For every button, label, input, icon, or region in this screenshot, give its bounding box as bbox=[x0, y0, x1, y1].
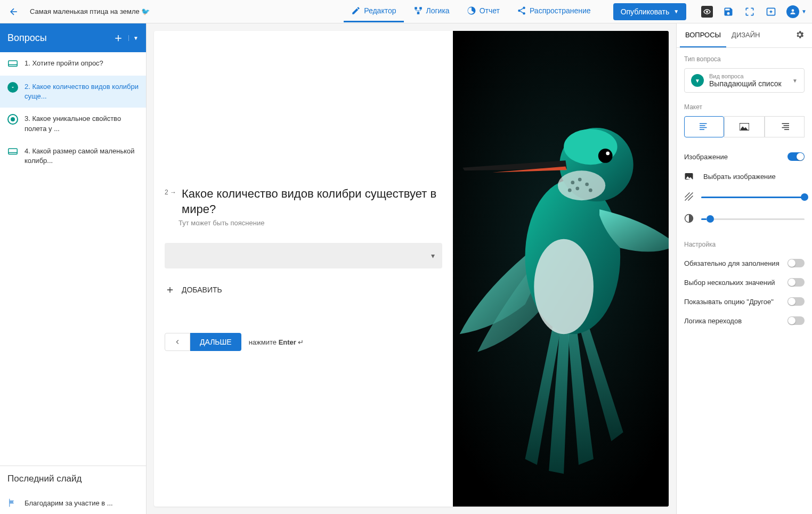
question-item-1[interactable]: 1. Хотите пройти опрос? bbox=[0, 52, 146, 76]
brightness-slider-row bbox=[684, 208, 805, 230]
pick-image-button[interactable]: Выбрать изображение bbox=[684, 166, 805, 186]
tab-report-label: Отчет bbox=[480, 6, 500, 15]
panel-tabs: ВОПРОСЫ ДИЗАЙН bbox=[677, 23, 812, 48]
section-layout-label: Макет bbox=[684, 103, 805, 111]
other-toggle[interactable] bbox=[787, 297, 805, 306]
layout-options bbox=[684, 116, 805, 137]
svg-rect-32 bbox=[700, 125, 705, 126]
user-menu[interactable]: ▼ bbox=[786, 5, 807, 18]
caret-down-icon: ▼ bbox=[801, 9, 807, 14]
back-button[interactable] bbox=[5, 3, 22, 20]
image-toggle[interactable] bbox=[787, 152, 805, 161]
radio-icon bbox=[7, 114, 18, 125]
svg-rect-34 bbox=[700, 129, 704, 130]
image-icon bbox=[740, 123, 749, 130]
layout-right[interactable] bbox=[765, 116, 805, 137]
chevron-left-icon bbox=[174, 338, 181, 346]
publish-button[interactable]: Опубликовать ▼ bbox=[613, 3, 686, 20]
tab-editor[interactable]: Редактор bbox=[344, 1, 403, 22]
logic-toggle[interactable] bbox=[787, 316, 805, 325]
svg-point-19 bbox=[534, 239, 594, 334]
hummingbird-image bbox=[453, 31, 669, 507]
layout-image[interactable] bbox=[724, 116, 764, 137]
tab-panel-questions[interactable]: ВОПРОСЫ bbox=[680, 23, 726, 47]
layout-left[interactable] bbox=[684, 116, 724, 137]
svg-rect-37 bbox=[784, 125, 790, 126]
save-button[interactable] bbox=[722, 6, 734, 18]
section-settings-label: Настройка bbox=[684, 241, 805, 248]
question-type-selector[interactable]: ▼ Вид вопроса Выпадающий список ▼ bbox=[684, 68, 805, 93]
question-image[interactable] bbox=[453, 31, 669, 507]
tab-logic[interactable]: Логика bbox=[406, 1, 457, 22]
keyboard-hint: нажмите Enter ↵ bbox=[249, 338, 304, 346]
user-avatar-icon bbox=[786, 5, 799, 18]
cursor-icon bbox=[415, 204, 427, 222]
required-toggle[interactable] bbox=[787, 259, 805, 267]
prev-button[interactable] bbox=[165, 333, 190, 351]
tab-distribute[interactable]: Распространение bbox=[509, 1, 598, 22]
pencil-icon bbox=[351, 6, 361, 15]
caret-down-icon: ▼ bbox=[673, 9, 679, 14]
add-panel-button[interactable] bbox=[765, 6, 777, 18]
svg-rect-38 bbox=[782, 127, 790, 128]
multi-toggle[interactable] bbox=[787, 278, 805, 287]
question-title-input[interactable]: Какое количество видов колибри существуе… bbox=[182, 186, 442, 217]
settings-gear-button[interactable] bbox=[795, 30, 805, 41]
svg-point-4 bbox=[523, 7, 525, 10]
question-item-3[interactable]: 3. Какое уникальное свойство полета у ..… bbox=[0, 108, 146, 140]
header-toolbar: ▼ bbox=[701, 5, 807, 18]
questions-sidebar: Вопросы ＋ ▼ 1. Хотите пройти опрос? bbox=[0, 23, 147, 514]
last-slide-label: Благодарим за участие в ... bbox=[25, 499, 113, 507]
image-icon bbox=[684, 172, 694, 181]
image-toggle-row: Изображение bbox=[684, 147, 805, 166]
survey-title[interactable]: Самая маленькая птица на земле 🐦 bbox=[30, 7, 190, 15]
svg-point-6 bbox=[523, 12, 525, 15]
svg-point-22 bbox=[598, 149, 613, 163]
svg-point-25 bbox=[571, 181, 574, 184]
pie-icon bbox=[467, 6, 476, 15]
preview-button[interactable] bbox=[701, 6, 713, 18]
section-type-label: Тип вопроса bbox=[684, 55, 805, 63]
svg-rect-1 bbox=[415, 7, 417, 10]
answer-dropdown[interactable]: ▾ bbox=[165, 243, 442, 268]
multi-label: Выбор нескольких значений bbox=[684, 279, 775, 287]
preview-area: 2 → Какое количество видов колибри сущес… bbox=[147, 23, 676, 514]
align-left-icon bbox=[700, 123, 709, 130]
settings-panel: ВОПРОСЫ ДИЗАЙН Тип вопроса ▼ Вид вопроса… bbox=[676, 23, 812, 514]
brightness-slider[interactable] bbox=[701, 218, 805, 220]
question-item-label: 3. Какое уникальное свойство полета у ..… bbox=[25, 114, 139, 133]
share-icon bbox=[517, 6, 526, 15]
required-label: Обязательно для заполнения bbox=[684, 259, 779, 267]
header: Самая маленькая птица на земле 🐦 Редакто… bbox=[0, 0, 812, 23]
preview-card: 2 → Какое количество видов колибри сущес… bbox=[154, 31, 669, 507]
opacity-slider[interactable] bbox=[701, 197, 805, 198]
svg-rect-2 bbox=[419, 7, 422, 10]
add-question-menu[interactable]: ▼ bbox=[128, 35, 139, 41]
tab-report[interactable]: Отчет bbox=[459, 1, 507, 22]
last-slide-header: Последний слайд bbox=[0, 466, 146, 492]
next-button[interactable]: ДАЛЬШЕ bbox=[190, 333, 241, 351]
svg-rect-33 bbox=[700, 127, 707, 128]
svg-point-29 bbox=[589, 189, 592, 192]
question-item-4[interactable]: 4. Какой размер самой маленькой колибр..… bbox=[0, 140, 146, 172]
form-icon bbox=[7, 146, 18, 157]
svg-point-23 bbox=[606, 152, 610, 156]
svg-rect-39 bbox=[784, 129, 789, 130]
fullscreen-button[interactable] bbox=[744, 6, 756, 18]
question-item-2[interactable]: 2. Какое количество видов колибри суще..… bbox=[0, 76, 146, 108]
plus-icon: ＋ bbox=[165, 282, 175, 297]
image-toggle-label: Изображение bbox=[684, 153, 728, 161]
svg-rect-36 bbox=[782, 123, 790, 124]
question-description-input[interactable]: Тут может быть пояснение bbox=[178, 219, 442, 227]
svg-point-28 bbox=[575, 186, 579, 190]
add-option-button[interactable]: ＋ ДОБАВИТЬ bbox=[165, 278, 442, 301]
main-nav: Редактор Логика Отчет Распространение bbox=[344, 1, 598, 22]
question-number: 2 → bbox=[165, 189, 176, 196]
add-question-button[interactable]: ＋ bbox=[112, 30, 124, 46]
tab-panel-design[interactable]: ДИЗАЙН bbox=[726, 23, 765, 47]
question-item-label: 4. Какой размер самой маленькой колибр..… bbox=[25, 146, 139, 166]
align-right-icon bbox=[779, 123, 789, 130]
last-slide-item[interactable]: Благодарим за участие в ... bbox=[0, 492, 146, 514]
contrast-icon bbox=[684, 214, 694, 225]
question-item-label: 2. Какое количество видов колибри суще..… bbox=[25, 82, 139, 101]
